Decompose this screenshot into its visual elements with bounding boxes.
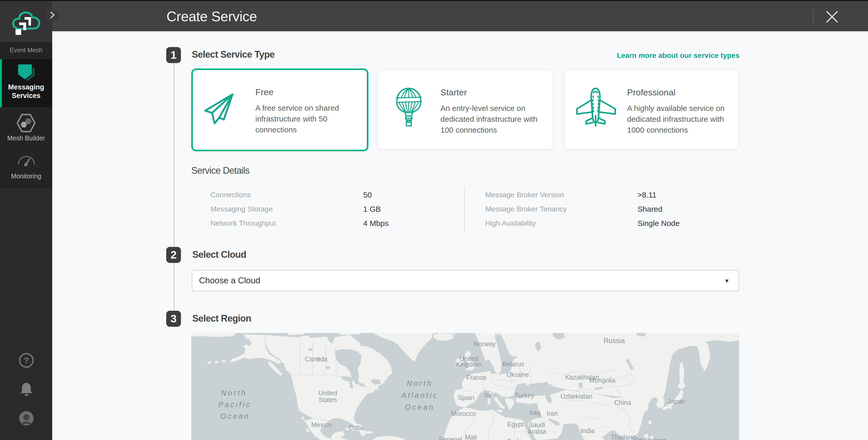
svg-text:Thailand: Thailand (611, 434, 636, 440)
svg-text:Ocean: Ocean (405, 403, 435, 411)
svg-text:Atlantic: Atlantic (401, 391, 438, 400)
svg-text:Arabia: Arabia (528, 428, 546, 435)
svg-text:States: States (319, 396, 337, 403)
svg-text:Morocco: Morocco (451, 410, 476, 417)
svg-text:Mongolia: Mongolia (589, 377, 616, 384)
svg-text:United: United (318, 389, 337, 397)
svg-text:France: France (466, 374, 487, 381)
svg-text:Iraq: Iraq (529, 409, 540, 416)
svg-text:Mexico: Mexico (311, 421, 332, 428)
svg-text:Ocean: Ocean (220, 412, 250, 420)
svg-text:Italy: Italy (484, 391, 496, 399)
svg-text:Ukraine: Ukraine (507, 371, 529, 378)
svg-text:Japan: Japan (668, 398, 685, 405)
svg-text:Kingdom: Kingdom (456, 360, 482, 368)
svg-text:Saudi: Saudi (529, 421, 545, 428)
svg-text:Turkey: Turkey (515, 392, 534, 399)
svg-text:Sudan: Sudan (507, 438, 526, 440)
svg-text:Russia: Russia (603, 337, 625, 345)
svg-text:China: China (614, 399, 631, 406)
svg-text:Sweden: Sweden (483, 333, 508, 337)
svg-text:Egypt: Egypt (507, 420, 524, 428)
svg-text:Philippines: Philippines (636, 437, 667, 440)
svg-text:?: ? (24, 356, 29, 365)
svg-text:India: India (581, 427, 594, 434)
svg-text:Mali: Mali (465, 434, 477, 440)
svg-text:Belarus: Belarus (502, 360, 524, 368)
svg-text:Senegal: Senegal (438, 436, 462, 440)
svg-text:Norway: Norway (474, 340, 496, 347)
svg-text:Spain: Spain (458, 394, 474, 401)
svg-text:Pacific: Pacific (218, 401, 251, 409)
svg-text:Uzbekistan: Uzbekistan (560, 393, 592, 400)
svg-text:North: North (407, 379, 433, 387)
svg-text:Iceland: Iceland (433, 333, 455, 337)
svg-text:North: North (221, 389, 247, 397)
svg-text:Iran: Iran (547, 410, 558, 417)
svg-text:Cuba: Cuba (349, 424, 364, 431)
svg-text:Canada: Canada (305, 355, 328, 363)
